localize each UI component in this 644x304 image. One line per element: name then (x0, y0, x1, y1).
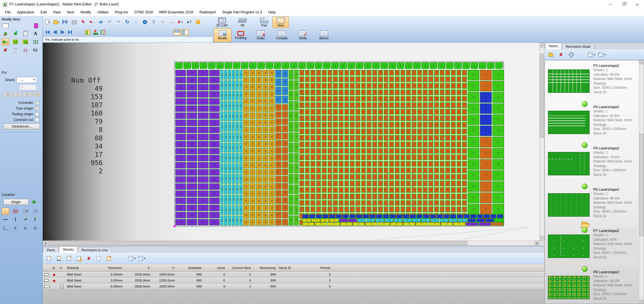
nest-part[interactable] (350, 148, 355, 154)
nest-part[interactable] (434, 154, 439, 160)
nest-part[interactable] (327, 89, 333, 95)
nest-part[interactable]: 2 (198, 105, 209, 112)
nest-part[interactable]: 2 (175, 190, 186, 197)
nest-part[interactable]: 4 (250, 70, 256, 76)
nest-part[interactable]: 3 (235, 174, 239, 184)
column-header-available[interactable]: Available (176, 264, 203, 271)
nest-part[interactable] (451, 206, 456, 212)
nest-part[interactable] (339, 102, 344, 108)
menu-plug-ins[interactable]: Plug-Ins (112, 9, 131, 15)
nest-part[interactable] (411, 194, 417, 200)
nest-part[interactable] (440, 109, 445, 115)
nest-part[interactable]: 3 (239, 70, 242, 80)
first-sheet-icon[interactable] (44, 29, 51, 36)
nest-part[interactable]: 4 (269, 120, 275, 126)
nest-part[interactable] (451, 154, 456, 160)
scroll-left-icon[interactable]: ◀ (43, 241, 48, 245)
nest-part[interactable] (400, 128, 405, 134)
nest-part[interactable]: 4 (256, 183, 262, 190)
nest-part[interactable] (395, 141, 400, 147)
nest-part[interactable]: 5 (282, 219, 288, 225)
nest-part[interactable] (417, 200, 422, 206)
nest-part[interactable] (423, 148, 428, 154)
nest-part[interactable]: 4 (262, 183, 268, 190)
nest-part[interactable] (350, 141, 355, 147)
nest-part[interactable] (322, 122, 327, 128)
nest-part[interactable] (451, 89, 456, 95)
nest-part[interactable] (316, 76, 321, 82)
nest-part[interactable] (322, 96, 327, 102)
nest-part[interactable] (355, 83, 360, 89)
nest-part[interactable]: 5 (431, 219, 439, 222)
nest-part[interactable]: 1 (487, 62, 495, 69)
nest-part[interactable] (389, 180, 394, 186)
nest-part[interactable]: 2 (492, 170, 504, 181)
nest-part[interactable]: 2 (198, 84, 209, 91)
nest-part[interactable] (350, 154, 355, 160)
nest-part[interactable] (445, 122, 450, 128)
nest-part[interactable] (423, 206, 428, 212)
nest-part[interactable] (395, 187, 400, 193)
nest-part[interactable]: 5 (480, 181, 492, 192)
nest-part[interactable] (361, 96, 366, 102)
horizontal-scrollbar[interactable]: ◀ ▶ (43, 241, 539, 246)
nest-part[interactable]: 3 (232, 205, 235, 215)
nest-part[interactable] (456, 141, 462, 147)
nest-part[interactable]: 3 (235, 132, 239, 142)
nest-part[interactable] (423, 115, 428, 121)
nest-part[interactable]: 5 (275, 190, 282, 197)
nest-part[interactable]: 8 (336, 214, 342, 218)
nest-part[interactable] (428, 115, 433, 121)
nest-part[interactable] (316, 200, 321, 206)
nest-part[interactable] (361, 70, 366, 76)
nest-part[interactable] (355, 128, 360, 134)
nest-part[interactable] (423, 135, 428, 141)
nest-part[interactable]: 6 (275, 96, 282, 104)
nest-part[interactable]: 5 (282, 190, 288, 197)
nest-part[interactable]: 1 (282, 62, 290, 69)
split-horizontal-toggle[interactable] (174, 29, 180, 35)
nest-part[interactable] (339, 187, 344, 193)
nest-part[interactable]: 8 (457, 214, 463, 218)
nest-part[interactable]: 4 (256, 112, 262, 119)
nest-part[interactable] (355, 122, 360, 128)
nest-part[interactable]: 2 (198, 91, 209, 98)
nest-part[interactable] (400, 102, 405, 108)
nest-part[interactable] (327, 194, 333, 200)
nest-part[interactable] (406, 206, 411, 212)
nest-part[interactable] (417, 70, 422, 76)
nest-part[interactable]: 9 (315, 222, 327, 226)
nest-part[interactable]: 1 (356, 62, 364, 69)
nest-part[interactable]: 5 (275, 204, 282, 211)
nest-part[interactable] (327, 115, 333, 121)
nest-part[interactable] (445, 102, 450, 108)
nest-part[interactable] (434, 141, 439, 147)
nest-part[interactable] (395, 70, 400, 76)
nest-part[interactable] (428, 206, 433, 212)
array-copy-icon[interactable] (12, 38, 19, 45)
nest-part[interactable]: 5 (282, 212, 288, 218)
nest-part[interactable] (451, 135, 456, 141)
minimize-button[interactable] (604, 0, 617, 9)
nest-part[interactable]: 5 (458, 219, 466, 222)
nest-part[interactable] (395, 76, 400, 82)
nest-part[interactable]: 4 (256, 148, 262, 155)
nest-part[interactable] (411, 174, 417, 180)
nest-part[interactable] (366, 180, 372, 186)
nest-part[interactable] (440, 154, 445, 160)
nest-part[interactable] (428, 128, 433, 134)
column-header-thickness[interactable]: Thickness (95, 264, 124, 271)
nest-part[interactable] (344, 161, 349, 167)
nest-part[interactable]: 1 (348, 62, 355, 69)
nest-part[interactable] (462, 128, 467, 134)
nest-part[interactable]: 2 (187, 120, 197, 126)
split-ratio-icon[interactable]: 5|2 (32, 47, 39, 54)
nest-part[interactable] (456, 161, 462, 167)
nest-part[interactable] (428, 122, 433, 128)
nest-part[interactable] (378, 135, 383, 141)
nest-part[interactable]: 3 (228, 111, 231, 121)
nest-part[interactable]: 3 (220, 132, 223, 142)
nest-part[interactable]: 3 (224, 101, 227, 111)
nest-part[interactable]: 4 (262, 112, 268, 119)
nest-part[interactable]: 5 (275, 169, 282, 175)
